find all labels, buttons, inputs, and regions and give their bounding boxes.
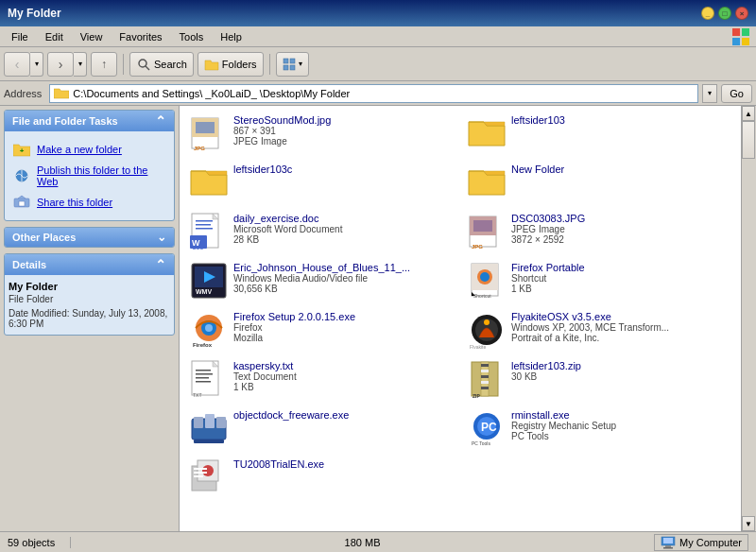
address-dropdown[interactable]: ▾ bbox=[702, 84, 717, 103]
details-collapse[interactable]: ⌃ bbox=[155, 258, 166, 271]
file-desc-flyakite: Windows XP, 2003, MCE Transform... bbox=[511, 322, 730, 333]
svg-rect-73 bbox=[194, 468, 207, 470]
svg-text:Flyakite: Flyakite bbox=[470, 344, 486, 349]
file-item-leftsider103zip[interactable]: ZIP leftsider103.zip 30 KB bbox=[461, 355, 737, 403]
details-header[interactable]: Details ⌃ bbox=[5, 254, 174, 275]
views-button[interactable]: ▾ bbox=[276, 52, 309, 77]
svg-rect-49 bbox=[196, 373, 213, 375]
svg-rect-2 bbox=[732, 38, 740, 45]
file-item-daily-exercise[interactable]: DOC W daily_exercise.doc Microsoft Word … bbox=[183, 208, 459, 255]
go-button[interactable]: Go bbox=[721, 84, 752, 103]
file-info-stereosoundmod: StereoSoundMod.jpg 867 × 391 JPEG Image bbox=[233, 114, 453, 147]
address-field[interactable]: C:\Documents and Settings\ _Ko0LaiD_ \De… bbox=[49, 84, 698, 103]
sidebar-item-share[interactable]: Share this folder bbox=[9, 190, 170, 215]
status-computer[interactable]: My Computer bbox=[654, 534, 748, 551]
file-info-daily-exercise: daily_exercise.doc Microsoft Word Docume… bbox=[233, 213, 453, 245]
back-button[interactable]: ‹ bbox=[4, 52, 30, 77]
file-desc-firefox-portable: Shortcut bbox=[511, 273, 730, 284]
other-places-header[interactable]: Other Places ⌄ bbox=[5, 228, 174, 247]
file-item-leftsider103[interactable]: leftsider103 bbox=[461, 110, 737, 157]
toolbar-separator-2 bbox=[269, 54, 270, 75]
file-desc-rminstall: Registry Mechanic Setup bbox=[511, 421, 730, 431]
svg-rect-14 bbox=[19, 201, 25, 206]
file-icon-eric-johnson: WMV bbox=[190, 262, 228, 300]
scroll-down-button[interactable]: ▼ bbox=[742, 516, 755, 531]
file-view[interactable]: JPG StereoSoundMod.jpg 867 × 391 JPEG Im… bbox=[180, 106, 741, 531]
file-item-objectdock[interactable]: objectdock_freeware.exe bbox=[183, 405, 459, 452]
svg-rect-3 bbox=[742, 38, 749, 45]
folders-button[interactable]: Folders bbox=[198, 52, 264, 77]
file-item-eric-johnson[interactable]: WMV Eric_Johnson_House_of_Blues_11_... W… bbox=[183, 257, 459, 304]
views-icon bbox=[283, 58, 296, 71]
file-item-rminstall[interactable]: PC PC Tools rminstall.exe Registry Mecha… bbox=[461, 405, 737, 452]
forward-dropdown[interactable]: ▾ bbox=[74, 52, 87, 77]
svg-point-41 bbox=[205, 324, 213, 332]
file-name-leftsider103: leftsider103 bbox=[511, 114, 730, 126]
file-item-dsc03083[interactable]: JPG DSC03083.JPG JPEG Image 3872 × 2592 bbox=[461, 208, 737, 255]
status-size: 180 MB bbox=[71, 537, 654, 548]
sidebar-item-publish[interactable]: Publish this folder to the Web bbox=[9, 162, 170, 190]
menu-edit[interactable]: Edit bbox=[38, 29, 71, 44]
other-places-collapse[interactable]: ⌄ bbox=[157, 232, 166, 243]
file-name-kaspersky: kaspersky.txt bbox=[233, 360, 453, 371]
back-dropdown[interactable]: ▾ bbox=[30, 52, 43, 77]
file-item-flyakite[interactable]: Flyakite FlyakiteOSX v3.5.exe Windows XP… bbox=[461, 306, 737, 354]
file-folder-tasks-header[interactable]: File and Folder Tasks ⌃ bbox=[5, 111, 174, 131]
menu-view[interactable]: View bbox=[73, 29, 111, 44]
file-icon-firefox-setup: Firefox bbox=[190, 311, 228, 349]
file-size-daily-exercise: 28 KB bbox=[233, 234, 453, 245]
file-name-dsc03083: DSC03083.JPG bbox=[511, 213, 730, 224]
svg-text:Shortcut: Shortcut bbox=[473, 293, 491, 299]
file-item-firefox-portable[interactable]: Shortcut Firefox Portable Shortcut 1 KB bbox=[461, 257, 737, 304]
file-folder-tasks-collapse[interactable]: ⌃ bbox=[155, 114, 166, 128]
maximize-button[interactable]: □ bbox=[718, 7, 731, 20]
svg-text:Firefox: Firefox bbox=[193, 342, 213, 348]
file-size-flyakite: Portrait of a Kite, Inc. bbox=[511, 333, 730, 343]
file-item-leftsider103c[interactable]: leftsider103c bbox=[183, 159, 459, 206]
file-size-firefox-setup: Mozilla bbox=[233, 333, 453, 343]
file-item-tu2008trial[interactable]: TU2008TrialEN.exe bbox=[183, 454, 459, 501]
address-bar: Address C:\Documents and Settings\ _Ko0L… bbox=[0, 81, 756, 106]
new-folder-icon: + bbox=[12, 140, 31, 159]
sidebar: File and Folder Tasks ⌃ + Make a new fol… bbox=[0, 106, 180, 531]
scroll-thumb[interactable] bbox=[742, 121, 755, 159]
file-info-firefox-setup: Firefox Setup 2.0.0.15.exe Firefox Mozil… bbox=[233, 311, 453, 343]
scroll-up-button[interactable]: ▲ bbox=[742, 106, 755, 121]
svg-rect-78 bbox=[665, 545, 671, 547]
minimize-button[interactable]: _ bbox=[701, 7, 714, 20]
title-text: My Folder bbox=[8, 7, 61, 20]
other-places-title: Other Places bbox=[12, 232, 76, 243]
svg-rect-1 bbox=[742, 28, 749, 36]
file-icon-leftsider103c bbox=[190, 164, 228, 201]
menu-tools[interactable]: Tools bbox=[172, 29, 212, 44]
scrollbar[interactable]: ▲ ▼ bbox=[741, 106, 756, 531]
file-item-kaspersky[interactable]: TXT kaspersky.txt Text Document 1 KB bbox=[183, 355, 459, 403]
file-item-firefox-setup[interactable]: Firefox Firefox Setup 2.0.0.15.exe Firef… bbox=[183, 306, 459, 354]
file-item-stereosoundmod[interactable]: JPG StereoSoundMod.jpg 867 × 391 JPEG Im… bbox=[183, 110, 459, 157]
forward-button[interactable]: › bbox=[47, 52, 74, 77]
menu-favorites[interactable]: Favorites bbox=[112, 29, 169, 44]
svg-point-4 bbox=[139, 60, 146, 67]
search-button[interactable]: Search bbox=[129, 52, 194, 77]
svg-rect-79 bbox=[663, 547, 673, 549]
sidebar-item-new-folder[interactable]: + Make a new folder bbox=[9, 137, 170, 162]
close-button[interactable]: × bbox=[735, 7, 748, 20]
svg-rect-62 bbox=[194, 417, 203, 428]
svg-rect-56 bbox=[481, 370, 489, 372]
details-date: Date Modified: Sunday, July 13, 2008, 6:… bbox=[9, 308, 170, 329]
up-button[interactable]: ↑ bbox=[91, 52, 117, 77]
file-name-objectdock: objectdock_freeware.exe bbox=[233, 409, 453, 421]
svg-rect-75 bbox=[194, 475, 203, 477]
details-title: Details bbox=[12, 259, 46, 270]
menu-help[interactable]: Help bbox=[213, 29, 249, 44]
file-desc-eric-johnson: Windows Media Audio/Video file bbox=[233, 273, 453, 284]
details-section: Details ⌃ My Folder File Folder Date Mod… bbox=[4, 253, 175, 336]
svg-rect-8 bbox=[284, 65, 288, 70]
menu-file[interactable]: File bbox=[4, 29, 36, 44]
file-item-new-folder[interactable]: New Folder bbox=[461, 159, 737, 206]
file-desc-daily-exercise: Microsoft Word Document bbox=[233, 224, 453, 234]
svg-rect-0 bbox=[732, 28, 740, 36]
views-dropdown-arrow: ▾ bbox=[299, 60, 302, 68]
svg-text:PC Tools: PC Tools bbox=[472, 440, 490, 446]
address-path: C:\Documents and Settings\ _Ko0LaiD_ \De… bbox=[73, 88, 350, 99]
